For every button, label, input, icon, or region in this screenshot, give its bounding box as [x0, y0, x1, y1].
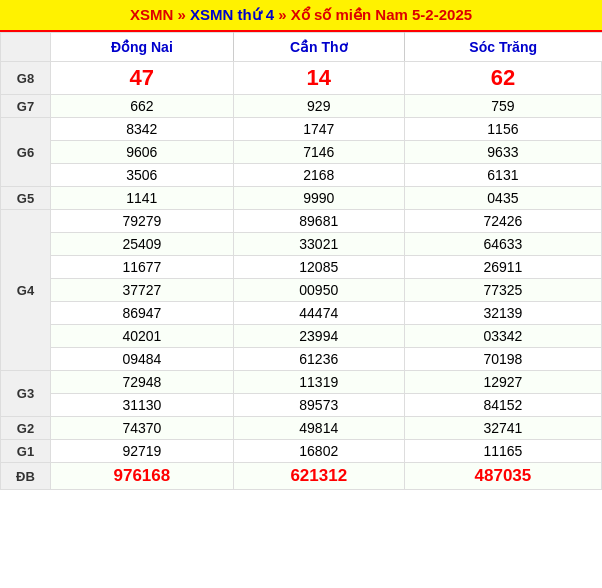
cell-value: 0435: [404, 187, 601, 210]
cell-value: 77325: [404, 279, 601, 302]
row-label-g5: G5: [1, 187, 51, 210]
cell-value: 1156: [404, 118, 601, 141]
cell-value: 37727: [51, 279, 234, 302]
cell-value: 32741: [404, 417, 601, 440]
cell-value: 662: [51, 95, 234, 118]
column-header-row: Đồng Nai Cần Thơ Sóc Trăng: [1, 33, 602, 62]
header-xsmn: XSMN: [130, 6, 173, 23]
cell-value: 11319: [233, 371, 404, 394]
cell-value: 31130: [51, 394, 234, 417]
cell-value: 9633: [404, 141, 601, 164]
cell-value: 11165: [404, 440, 601, 463]
cell-value: 759: [404, 95, 601, 118]
cell-value: 00950: [233, 279, 404, 302]
cell-value: 32139: [404, 302, 601, 325]
table-row: G1927191680211165: [1, 440, 602, 463]
table-row: 094846123670198: [1, 348, 602, 371]
cell-value: 47: [51, 62, 234, 95]
cell-value: 3506: [51, 164, 234, 187]
cell-value: 14: [233, 62, 404, 95]
cell-value: 44474: [233, 302, 404, 325]
cell-value: 7146: [233, 141, 404, 164]
cell-value: 9606: [51, 141, 234, 164]
cell-value: 09484: [51, 348, 234, 371]
cell-value: 49814: [233, 417, 404, 440]
cell-value: 621312: [233, 463, 404, 490]
cell-value: 929: [233, 95, 404, 118]
cell-value: 1141: [51, 187, 234, 210]
row-label-g8: G8: [1, 62, 51, 95]
cell-value: 11677: [51, 256, 234, 279]
cell-value: 12085: [233, 256, 404, 279]
cell-value: 8342: [51, 118, 234, 141]
cell-value: 12927: [404, 371, 601, 394]
cell-value: 62: [404, 62, 601, 95]
table-row: G4792798968172426: [1, 210, 602, 233]
row-label-g1: G1: [1, 440, 51, 463]
row-label-g3: G3: [1, 371, 51, 417]
cell-value: 25409: [51, 233, 234, 256]
cell-value: 79279: [51, 210, 234, 233]
table-row: G3729481131912927: [1, 371, 602, 394]
cell-value: 84152: [404, 394, 601, 417]
row-label-g6: G6: [1, 118, 51, 187]
cell-value: 23994: [233, 325, 404, 348]
cell-value: 33021: [233, 233, 404, 256]
table-row: G8471462: [1, 62, 602, 95]
cell-value: 03342: [404, 325, 601, 348]
table-row: 377270095077325: [1, 279, 602, 302]
col-header-soctrang: Sóc Trăng: [404, 33, 601, 62]
table-row: ĐB976168621312487035: [1, 463, 602, 490]
table-row: 254093302164633: [1, 233, 602, 256]
header: XSMN » XSMN thứ 4 » Xổ số miền Nam 5-2-2…: [0, 0, 602, 32]
table-row: G7662929759: [1, 95, 602, 118]
cell-value: 61236: [233, 348, 404, 371]
cell-value: 86947: [51, 302, 234, 325]
cell-value: 92719: [51, 440, 234, 463]
row-label-g4: G4: [1, 210, 51, 371]
cell-value: 2168: [233, 164, 404, 187]
col-header-cantho: Cần Thơ: [233, 33, 404, 62]
table-row: G6834217471156: [1, 118, 602, 141]
cell-value: 40201: [51, 325, 234, 348]
table-row: 960671469633: [1, 141, 602, 164]
cell-value: 89681: [233, 210, 404, 233]
cell-value: 6131: [404, 164, 601, 187]
table-row: 350621686131: [1, 164, 602, 187]
header-sep1: »: [173, 6, 190, 23]
cell-value: 976168: [51, 463, 234, 490]
table-row: G5114199900435: [1, 187, 602, 210]
table-row: 402012399403342: [1, 325, 602, 348]
row-label-đb: ĐB: [1, 463, 51, 490]
cell-value: 72426: [404, 210, 601, 233]
header-label-col: [1, 33, 51, 62]
header-thu: XSMN thứ 4: [190, 6, 274, 23]
table-row: G2743704981432741: [1, 417, 602, 440]
cell-value: 64633: [404, 233, 601, 256]
cell-value: 16802: [233, 440, 404, 463]
table-row: 869474447432139: [1, 302, 602, 325]
col-header-dongnai: Đồng Nai: [51, 33, 234, 62]
lottery-table: Đồng Nai Cần Thơ Sóc Trăng G8471462G7662…: [0, 32, 602, 490]
cell-value: 1747: [233, 118, 404, 141]
row-label-g2: G2: [1, 417, 51, 440]
table-row: 116771208526911: [1, 256, 602, 279]
cell-value: 74370: [51, 417, 234, 440]
cell-value: 26911: [404, 256, 601, 279]
cell-value: 487035: [404, 463, 601, 490]
cell-value: 70198: [404, 348, 601, 371]
table-row: 311308957384152: [1, 394, 602, 417]
row-label-g7: G7: [1, 95, 51, 118]
cell-value: 9990: [233, 187, 404, 210]
cell-value: 89573: [233, 394, 404, 417]
header-title: Xổ số miền Nam 5-2-2025: [291, 6, 472, 23]
cell-value: 72948: [51, 371, 234, 394]
header-sep2: »: [274, 6, 291, 23]
